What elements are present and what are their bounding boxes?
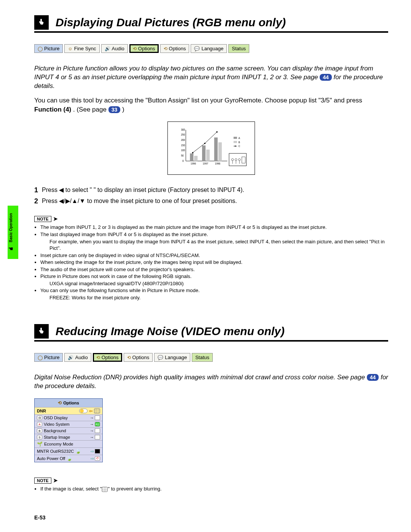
panel-row-economy[interactable]: 🌱Economy Mode (35, 440, 102, 447)
chart-figure: 300250200 150100500 199619971998 A B C (167, 121, 255, 175)
menu-label: Audio (75, 355, 88, 360)
menu-picture[interactable]: ◯Picture (34, 44, 63, 53)
arrow-icon: ➤ (53, 477, 58, 484)
toggle-icon (79, 409, 88, 413)
menu-label: Options (102, 355, 119, 360)
note-item: FREEZE: Works for the inset picture only… (49, 294, 388, 301)
options-icon: ⟲ (164, 46, 167, 51)
svg-text:150: 150 (181, 144, 185, 147)
page-ref: 44 (367, 374, 379, 381)
menu-options-1[interactable]: ⟲Options (129, 44, 159, 53)
square-icon (95, 428, 100, 433)
arrow-icon: ➤ (53, 215, 58, 222)
menu-audio[interactable]: 🔊Audio (101, 44, 128, 53)
pointer-icon (34, 15, 49, 30)
step-number: 2 (34, 197, 38, 205)
note-item: UXGA signal image/Interlaced signal/DTV … (49, 280, 388, 287)
hand-icon: ☚ (8, 246, 13, 252)
panel-row-osd[interactable]: ⊟OSD Display → (35, 414, 102, 421)
section1-header: Displaying Dual Pictures (RGB menu only) (34, 15, 388, 33)
step-number: 1 (34, 186, 38, 194)
step-1: 1 Press ◀ to select " " to display an in… (34, 186, 388, 194)
svg-rect-21 (234, 137, 237, 139)
note-item: For example, when you want to display th… (49, 238, 388, 252)
page-ref: 44 (320, 74, 332, 81)
menu-label: Options (138, 46, 155, 51)
svg-rect-14 (218, 142, 222, 161)
menu-audio[interactable]: 🔊Audio (64, 353, 91, 362)
options-icon: ⟲ (96, 355, 100, 360)
section2-intro: Digital Noise Reduction (DNR) provides h… (34, 373, 388, 391)
svg-text:A: A (238, 137, 240, 139)
note-item: The last displayed image from INPUT 4 or… (40, 231, 388, 238)
note-label: NOTE (34, 216, 51, 222)
menu-picture[interactable]: ◯Picture (34, 353, 63, 362)
menu-language[interactable]: 💬Language (154, 353, 190, 362)
svg-text:C: C (238, 145, 240, 148)
page-ref: 33 (108, 106, 121, 113)
svg-text:250: 250 (181, 134, 185, 136)
svg-text:1996: 1996 (191, 162, 196, 165)
square-icon (95, 435, 100, 439)
row-label: DNR (37, 409, 46, 413)
menu-status[interactable]: Status (192, 353, 213, 362)
menu-fine-sync[interactable]: ☺Fine Sync (64, 44, 99, 53)
leaf-icon: 🍃 (67, 456, 72, 461)
options-icon: ⟲ (58, 400, 62, 406)
note-item: The image from INPUT 1, 2 or 3 is displa… (40, 224, 388, 231)
body-text: ) (122, 106, 124, 113)
note-item: When selecting the image for the inset p… (40, 259, 388, 266)
svg-rect-9 (190, 153, 193, 161)
panel-row-video[interactable]: AVideo System →R2 (35, 421, 102, 427)
panel-row-mntr[interactable]: MNTR Out/RS232C🍃 ⇨ (35, 447, 102, 455)
menu-label: Language (201, 46, 223, 51)
svg-text:1997: 1997 (203, 162, 209, 165)
note-item: You can only use the following functions… (40, 287, 388, 294)
menu-options-1[interactable]: ⟲Options (93, 353, 122, 362)
menu-label: Options (169, 46, 186, 51)
language-icon: 💬 (158, 355, 163, 360)
panel-row-background[interactable]: BBackground → (35, 427, 102, 434)
svg-point-31 (235, 159, 237, 161)
svg-rect-35 (242, 157, 245, 163)
row-label: Video System (44, 422, 70, 427)
menu-label: Options (132, 355, 150, 360)
arrow-left-icon: ⇦ (89, 409, 92, 414)
svg-point-16 (204, 143, 206, 144)
section1-body: You can use this tool by accessing the "… (34, 96, 388, 114)
svg-text:200: 200 (181, 139, 185, 141)
menu-options-2[interactable]: ⟲Options (124, 353, 153, 362)
panel-row-startup[interactable]: SStartup Image → (35, 434, 102, 440)
note-item: If the image is clear, select "" to prev… (40, 486, 388, 492)
intro-text: Digital Noise Reduction (DNR) provides h… (34, 374, 367, 381)
section1-title: Displaying Dual Pictures (RGB menu only) (56, 16, 286, 29)
b-icon: B (37, 428, 42, 433)
svg-point-17 (216, 131, 218, 133)
panel-title: Options (63, 401, 79, 405)
options-icon: ⟲ (127, 355, 131, 360)
svg-rect-11 (202, 145, 206, 161)
menu-options-2[interactable]: ⟲Options (160, 44, 190, 53)
menu-language[interactable]: 💬Language (191, 44, 227, 53)
note-label: NOTE (34, 478, 51, 484)
picture-icon: ◯ (38, 46, 43, 51)
osd-icon: ⊟ (37, 415, 42, 420)
arrow-right-icon: → (90, 422, 94, 427)
row-label: Auto Power Off (37, 456, 65, 461)
svg-text:B: B (238, 141, 240, 144)
panel-row-dnr[interactable]: DNR ⇦ (35, 407, 102, 414)
dotted-icon (94, 408, 100, 414)
svg-text:50: 50 (181, 154, 184, 157)
svg-text:0: 0 (182, 160, 184, 162)
menu-status[interactable]: Status (228, 44, 249, 53)
side-tab: ☚ Basic Operation (8, 206, 18, 259)
svg-rect-13 (214, 137, 218, 161)
note-header: NOTE ➤ (34, 215, 58, 222)
svg-point-29 (231, 159, 233, 161)
body-text: You can use this tool by accessing the "… (34, 97, 362, 104)
arrow-right-icon: ⇨ (91, 449, 94, 454)
svg-rect-12 (206, 150, 210, 161)
panel-row-autopower[interactable]: Auto Power Off🍃 ⇨⏱ (35, 455, 102, 462)
badge-icon: R2 (95, 422, 100, 427)
antenna-icon: A (37, 422, 42, 427)
